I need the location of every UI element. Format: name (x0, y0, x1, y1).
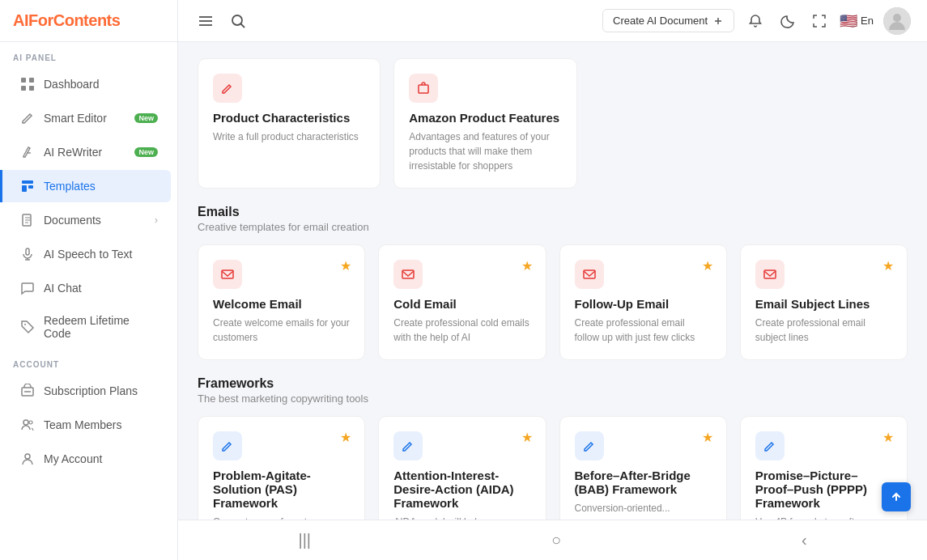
follow-up-email-card[interactable]: ★ Follow-Up Email Create professional em… (559, 244, 727, 360)
sidebar-item-label: Subscription Plans (44, 384, 138, 397)
bottom-nav: ||| ○ ‹ (178, 520, 927, 560)
topbar: Create AI Document 🇺🇸 En (178, 0, 927, 42)
bab-desc: Conversion-oriented... (575, 501, 712, 515)
email-subject-title: Email Subject Lines (755, 297, 892, 311)
welcome-email-card[interactable]: ★ Welcome Email Create welcome emails fo… (198, 244, 365, 360)
amazon-icon (409, 74, 438, 103)
notification-button[interactable] (744, 10, 767, 32)
sidebar-item-ai-rewriter[interactable]: AI ReWriter New (6, 136, 171, 168)
cold-email-star[interactable]: ★ (521, 258, 533, 274)
amazon-title: Amazon Product Features (409, 111, 561, 125)
menu-toggle-button[interactable] (194, 10, 217, 32)
svg-point-16 (25, 454, 30, 459)
svg-point-11 (24, 324, 26, 325)
frameworks-section: Frameworks The best marketing copywritin… (198, 376, 908, 405)
product-char-title: Product Characteristics (213, 111, 365, 125)
welcome-email-star[interactable]: ★ (340, 258, 351, 274)
sidebar-item-redeem[interactable]: Redeem Lifetime Code (6, 306, 171, 348)
bottom-nav-back[interactable]: ‹ (785, 524, 823, 556)
emails-section: Emails Creative templates for email crea… (198, 205, 908, 233)
logo: AIForContents (0, 0, 177, 42)
cold-email-card[interactable]: ★ Cold Email Create professional cold em… (378, 244, 546, 360)
email-subject-icon (755, 260, 785, 289)
email-subject-card[interactable]: ★ Email Subject Lines Create professiona… (740, 244, 908, 360)
documents-icon (19, 212, 36, 228)
bab-star[interactable]: ★ (702, 430, 713, 445)
aida-framework-card[interactable]: ★ Attention-Interest-Desire-Action (AIDA… (378, 416, 546, 520)
svg-rect-1 (29, 78, 34, 83)
ai-rewriter-icon (19, 144, 36, 160)
chat-icon (19, 280, 36, 296)
svg-rect-25 (222, 270, 233, 278)
sidebar-item-label: Redeem Lifetime Code (44, 314, 158, 340)
pppp-star[interactable]: ★ (882, 430, 894, 445)
frameworks-cards-row: ★ Problem-Agitate-Solution (PAS) Framewo… (198, 416, 908, 520)
sidebar-item-ai-chat[interactable]: AI Chat (6, 272, 171, 304)
speech-icon (19, 246, 36, 262)
bab-icon (575, 431, 604, 460)
logo-text: AIForContents (13, 11, 164, 30)
welcome-email-title: Welcome Email (213, 297, 350, 311)
svg-point-20 (232, 15, 242, 25)
lang-label: En (861, 15, 874, 27)
sidebar-item-my-account[interactable]: My Account (6, 443, 171, 475)
pas-icon (213, 431, 242, 460)
new-badge: New (134, 147, 158, 157)
pas-star[interactable]: ★ (340, 430, 351, 445)
svg-line-21 (241, 23, 245, 28)
dashboard-icon (19, 76, 36, 92)
templates-icon (19, 178, 36, 194)
pppp-icon (755, 431, 785, 460)
svg-rect-4 (22, 180, 33, 184)
pppp-title: Promise–Picture–Proof–Push (PPPP) Framew… (755, 469, 892, 510)
svg-point-23 (893, 14, 901, 22)
sidebar-item-documents[interactable]: Documents › (6, 204, 171, 236)
svg-rect-5 (22, 185, 27, 192)
email-subject-star[interactable]: ★ (882, 258, 894, 274)
pppp-desc: Use 4P formula to craft... (755, 515, 892, 520)
team-icon (19, 417, 36, 433)
new-badge: New (134, 113, 158, 123)
tag-icon (19, 319, 36, 335)
follow-up-star[interactable]: ★ (702, 258, 713, 274)
bab-framework-card[interactable]: ★ Before–After-Bridge (BAB) Framework Co… (559, 416, 727, 520)
sidebar-item-label: AI Chat (44, 282, 82, 295)
sidebar-item-subscription[interactable]: Subscription Plans (6, 375, 171, 407)
account-label: ACCOUNT (0, 349, 177, 374)
svg-point-14 (23, 420, 28, 425)
main-content: Product Characteristics Write a full pro… (178, 42, 927, 520)
svg-rect-0 (21, 78, 26, 83)
create-ai-button[interactable]: Create AI Document (602, 9, 734, 32)
sidebar-item-smart-editor[interactable]: Smart Editor New (6, 102, 171, 134)
product-char-icon (213, 74, 242, 103)
dark-mode-button[interactable] (776, 10, 799, 32)
bottom-nav-menu[interactable]: ||| (282, 524, 327, 556)
svg-rect-26 (402, 270, 414, 278)
avatar[interactable] (883, 7, 911, 35)
aida-star[interactable]: ★ (521, 430, 533, 445)
svg-rect-24 (419, 85, 428, 93)
sidebar-item-label: My Account (44, 452, 102, 465)
scroll-to-top-button[interactable] (882, 482, 911, 511)
sidebar-item-label: AI Speech to Text (44, 248, 132, 261)
sidebar-item-dashboard[interactable]: Dashboard (6, 68, 171, 100)
amazon-product-card[interactable]: Amazon Product Features Advantages and f… (393, 58, 576, 189)
email-subject-desc: Create professional email subject lines (755, 316, 892, 345)
svg-rect-3 (29, 86, 34, 91)
subscription-icon (19, 383, 36, 399)
search-button[interactable] (227, 10, 249, 32)
bottom-nav-home[interactable]: ○ (535, 524, 577, 556)
product-characteristics-card[interactable]: Product Characteristics Write a full pro… (198, 58, 381, 189)
sidebar-item-templates[interactable]: Templates (0, 170, 171, 202)
pas-framework-card[interactable]: ★ Problem-Agitate-Solution (PAS) Framewo… (198, 416, 365, 520)
arrow-icon: › (155, 214, 158, 226)
sidebar-item-team-members[interactable]: Team Members (6, 409, 171, 441)
language-selector[interactable]: 🇺🇸 En (840, 12, 874, 30)
sidebar-item-ai-speech[interactable]: AI Speech to Text (6, 238, 171, 270)
account-icon (19, 451, 36, 467)
fullscreen-button[interactable] (809, 11, 830, 32)
svg-rect-27 (584, 270, 595, 278)
sidebar-item-label: Smart Editor (44, 112, 107, 125)
cold-email-icon (393, 260, 423, 289)
aida-title: Attention-Interest-Desire-Action (AIDA) … (393, 469, 530, 510)
